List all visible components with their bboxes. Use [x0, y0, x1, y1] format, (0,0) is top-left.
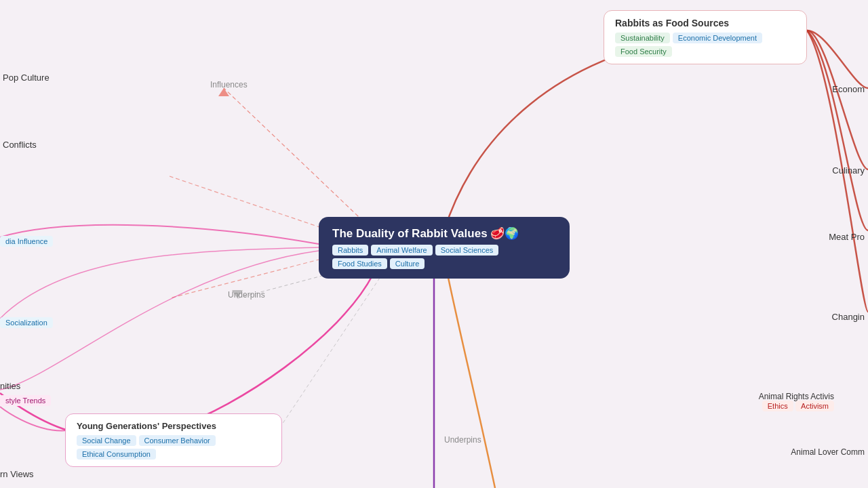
tag-social-sciences: Social Sciences — [435, 245, 499, 256]
tag-rabbits: Rabbits — [332, 245, 368, 256]
tag-sustainability: Sustainability — [615, 33, 670, 43]
tag-consumer-behavior: Consumer Behavior — [139, 435, 216, 446]
influences-label: Influences — [210, 80, 248, 89]
pop-culture-node: Pop Culture — [3, 73, 50, 83]
meat-pro-node: Meat Pro — [829, 232, 865, 242]
young-generations-node[interactable]: Young Generations' Perspectives Social C… — [65, 413, 282, 467]
style-trends-node: style Trends — [0, 395, 51, 405]
tag-animal-welfare: Animal Welfare — [371, 245, 432, 256]
tag-culture: Culture — [390, 258, 425, 269]
young-generations-title: Young Generations' Perspectives — [77, 421, 271, 431]
animal-lover-node: Animal Lover Comm — [791, 447, 865, 457]
socialization-node: Socialization — [0, 317, 53, 327]
activism-tag: Activism — [795, 401, 834, 411]
underpins-bottom-label: Underpins — [444, 435, 481, 445]
modern-views-node: rn Views — [0, 469, 34, 479]
svg-line-4 — [278, 278, 380, 430]
ethics-tag: Ethics — [762, 401, 793, 411]
style-trends-tag: style Trends — [0, 395, 51, 406]
food-sources-title: Rabbits as Food Sources — [615, 18, 795, 28]
changing-node: Changin — [832, 312, 865, 322]
tag-ethical-consumption: Ethical Consumption — [77, 449, 156, 460]
culinary-node: Culinary — [832, 165, 865, 176]
econom-node: Econom — [832, 84, 865, 94]
conflicts-node: Conflicts — [3, 140, 37, 150]
young-generations-tags: Social Change Consumer Behavior Ethical … — [77, 435, 271, 460]
socialization-tag: Socialization — [0, 317, 53, 328]
central-node-tags: Rabbits Animal Welfare Social Sciences F… — [332, 245, 556, 269]
mind-map-canvas: The Duality of Rabbit Values 🥩🌍 Rabbits … — [0, 0, 868, 488]
food-sources-tags: Sustainability Economic Development Food… — [615, 33, 795, 57]
tag-economic-development: Economic Development — [673, 33, 762, 43]
animal-rights-node: Animal Rights Activis Ethics Activism — [759, 392, 834, 411]
media-influence-node: dia Influence — [0, 236, 53, 246]
media-influence-tag: dia Influence — [0, 236, 53, 247]
svg-line-0 — [224, 88, 373, 230]
tag-food-security: Food Security — [615, 46, 672, 57]
underpins-top-label: Underpins — [228, 290, 265, 300]
nities-node: nities — [0, 381, 20, 391]
tag-social-change: Social Change — [77, 435, 136, 446]
tag-food-studies: Food Studies — [332, 258, 387, 269]
food-sources-node[interactable]: Rabbits as Food Sources Sustainability E… — [604, 10, 807, 64]
central-node[interactable]: The Duality of Rabbit Values 🥩🌍 Rabbits … — [319, 217, 570, 279]
central-node-title: The Duality of Rabbit Values 🥩🌍 — [332, 226, 556, 241]
